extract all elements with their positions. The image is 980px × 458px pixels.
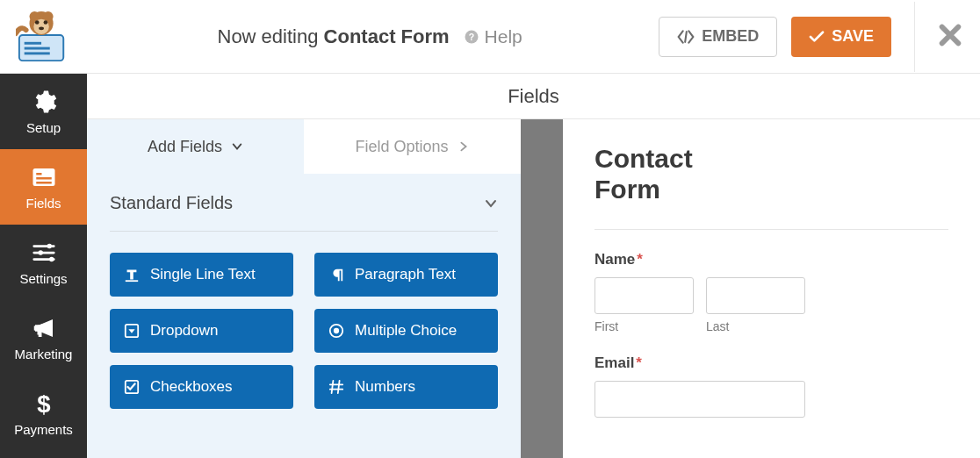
topbar-separator: [914, 2, 915, 72]
editing-label: Now editing Contact Form: [218, 25, 450, 48]
field-name[interactable]: Name* First Last: [594, 251, 948, 333]
field-group-label: Standard Fields: [110, 193, 233, 213]
editing-form-name: Contact Form: [324, 25, 450, 47]
svg-rect-17: [36, 182, 52, 184]
svg-rect-1: [25, 41, 41, 44]
help-icon: ?: [464, 29, 479, 45]
topbar-right: EMBED SAVE: [659, 2, 962, 72]
nav-label: Payments: [14, 422, 73, 437]
field-multiple-choice[interactable]: Multiple Choice: [314, 309, 498, 353]
check-square-icon: [124, 379, 140, 395]
app-logo: [5, 10, 81, 64]
svg-rect-3: [25, 52, 50, 54]
svg-text:$: $: [37, 390, 50, 417]
field-group-header[interactable]: Standard Fields: [110, 193, 498, 232]
svg-point-9: [44, 20, 48, 25]
tab-label: Field Options: [355, 138, 448, 156]
nav-label: Fields: [25, 196, 61, 211]
svg-rect-15: [36, 173, 41, 175]
field-grid: Single Line Text Paragraph Text Dropdown: [110, 253, 498, 409]
gear-icon: [31, 89, 57, 115]
hash-icon: [328, 379, 344, 395]
topbar-center: Now editing Contact Form ? Help: [81, 25, 659, 48]
nav-item-fields[interactable]: Fields: [0, 149, 87, 225]
editing-prefix: Now editing: [218, 25, 319, 47]
chevron-down-icon: [231, 140, 243, 153]
field-label: Numbers: [355, 378, 415, 396]
field-label: Checkboxes: [150, 378, 233, 396]
tab-add-fields[interactable]: Add Fields: [87, 119, 304, 174]
form-icon: [31, 164, 57, 190]
preview-divider: [594, 229, 948, 230]
tab-field-options[interactable]: Field Options: [304, 119, 521, 174]
nav-item-marketing[interactable]: Marketing: [0, 300, 87, 376]
section-title: Fields: [87, 74, 980, 119]
dollar-icon: $: [31, 390, 57, 417]
svg-point-20: [49, 256, 54, 261]
required-asterisk: *: [636, 354, 642, 371]
field-label: Multiple Choice: [355, 322, 457, 340]
text-icon: [124, 267, 140, 283]
nav-item-settings[interactable]: Settings: [0, 225, 87, 300]
svg-point-8: [35, 20, 40, 25]
last-sublabel: Last: [706, 319, 805, 333]
field-dropdown[interactable]: Dropdown: [110, 309, 293, 353]
field-checkboxes[interactable]: Checkboxes: [110, 365, 293, 409]
dot-circle-icon: [328, 323, 344, 339]
svg-point-10: [39, 26, 44, 30]
nav-item-setup[interactable]: Setup: [0, 74, 87, 149]
fields-panel: Add Fields Field Options Standard Fields: [87, 119, 521, 458]
save-label: SAVE: [832, 27, 874, 46]
email-label: Email*: [594, 354, 948, 372]
required-asterisk: *: [637, 251, 643, 268]
embed-button[interactable]: EMBED: [659, 17, 777, 57]
name-label: Name*: [594, 251, 948, 268]
bullhorn-icon: [31, 315, 57, 341]
nav-label: Settings: [19, 271, 67, 286]
close-icon: [938, 23, 962, 47]
form-preview: Contact Form Name* First: [563, 119, 980, 458]
workspace-divider: [521, 119, 563, 458]
field-email[interactable]: Email*: [594, 354, 948, 418]
svg-point-18: [47, 243, 52, 248]
save-button[interactable]: SAVE: [791, 17, 891, 57]
field-label: Single Line Text: [150, 266, 256, 283]
chevron-down-icon: [484, 197, 498, 211]
tab-label: Add Fields: [148, 138, 222, 156]
field-single-line-text[interactable]: Single Line Text: [110, 253, 293, 297]
code-icon: [677, 30, 695, 44]
caret-square-icon: [124, 323, 140, 339]
field-numbers[interactable]: Numbers: [314, 365, 498, 409]
nav-label: Marketing: [15, 347, 73, 361]
svg-point-26: [334, 328, 339, 333]
chevron-right-icon: [458, 140, 470, 153]
svg-rect-2: [25, 47, 50, 49]
svg-rect-16: [36, 177, 52, 180]
embed-label: EMBED: [702, 27, 759, 46]
field-label: Dropdown: [150, 322, 219, 340]
svg-line-13: [685, 32, 687, 42]
left-nav: Setup Fields Settings Marketing $ Paymen…: [0, 74, 87, 458]
help-label: Help: [485, 26, 522, 47]
panel-tabs: Add Fields Field Options: [87, 119, 521, 174]
nav-label: Setup: [26, 120, 61, 135]
first-sublabel: First: [594, 319, 694, 333]
field-label: Paragraph Text: [355, 266, 456, 283]
field-paragraph-text[interactable]: Paragraph Text: [314, 253, 498, 297]
label-text: Name: [594, 251, 635, 268]
label-text: Email: [594, 354, 634, 371]
check-icon: [809, 31, 825, 43]
sliders-icon: [31, 240, 57, 266]
svg-point-19: [38, 250, 43, 255]
first-name-input[interactable]: [594, 277, 694, 314]
topbar: Now editing Contact Form ? Help EMBED SA…: [0, 0, 980, 74]
close-button[interactable]: [938, 23, 962, 51]
preview-form-title: Contact Form: [594, 144, 744, 204]
paragraph-icon: [328, 267, 344, 283]
email-input[interactable]: [594, 381, 805, 418]
last-name-input[interactable]: [706, 277, 805, 314]
help-link[interactable]: ? Help: [464, 26, 522, 47]
nav-item-payments[interactable]: $ Payments: [0, 376, 87, 451]
svg-text:?: ?: [468, 31, 473, 41]
svg-rect-21: [38, 331, 41, 336]
